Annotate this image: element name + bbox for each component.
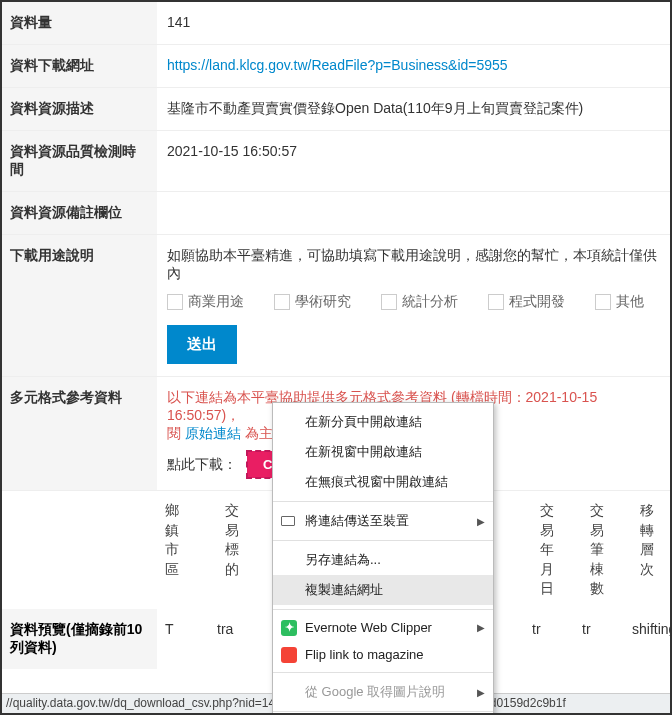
menu-separator <box>273 540 493 541</box>
menu-separator <box>273 672 493 673</box>
table-cell: tra <box>217 621 277 637</box>
menu-open-new-window[interactable]: 在新視窗中開啟連結 <box>273 437 493 467</box>
field-label-qctime: 資料資源品質檢測時間 <box>2 131 157 191</box>
menu-send-to-device[interactable]: 將連結傳送至裝置 ▶ <box>273 506 493 536</box>
field-label-remark: 資料資源備註欄位 <box>2 192 157 234</box>
field-label-downloadurl: 資料下載網址 <box>2 45 157 87</box>
table-header-count: 交易筆棟數 <box>590 501 640 599</box>
submit-button[interactable]: 送出 <box>167 325 237 364</box>
context-menu: 在新分頁中開啟連結 在新視窗中開啟連結 在無痕式視窗中開啟連結 將連結傳送至裝置… <box>272 402 494 715</box>
table-header-district: 鄉鎮市區 <box>165 501 225 599</box>
menu-open-incognito[interactable]: 在無痕式視窗中開啟連結 <box>273 467 493 497</box>
table-cell: tr <box>582 621 632 637</box>
table-header-date: 交易年月日 <box>540 501 590 599</box>
menu-open-new-tab[interactable]: 在新分頁中開啟連結 <box>273 407 493 437</box>
table-header-floor: 移轉層次 <box>640 501 670 599</box>
checkbox-programming[interactable]: 程式開發 <box>488 293 565 311</box>
download-here-label: 點此下載： <box>167 456 237 474</box>
menu-separator <box>273 609 493 610</box>
table-cell: T <box>157 621 217 637</box>
device-icon <box>281 516 295 526</box>
original-link[interactable]: 原始連結 <box>185 425 241 441</box>
field-label-preview: 資料預覽(僅摘錄前10列資料) <box>2 609 157 669</box>
purpose-description: 如願協助本平臺精進，可協助填寫下載用途說明，感謝您的幫忙，本項統計僅供內 <box>167 247 660 283</box>
field-label-datacount: 資料量 <box>2 2 157 44</box>
chevron-right-icon: ▶ <box>477 516 485 527</box>
download-url-link[interactable]: https://land.klcg.gov.tw/ReadFile?p=Busi… <box>167 57 508 73</box>
field-value-remark <box>157 192 670 234</box>
field-value-resourcedesc: 基隆市不動產買賣實價登錄Open Data(110年9月上旬買賣登記案件) <box>157 88 670 130</box>
menu-separator <box>273 501 493 502</box>
field-value-datacount: 141 <box>157 2 670 44</box>
menu-save-link-as[interactable]: 另存連結為... <box>273 545 493 575</box>
chevron-right-icon: ▶ <box>477 622 485 633</box>
field-label-resourcedesc: 資料資源描述 <box>2 88 157 130</box>
checkbox-statistics[interactable]: 統計分析 <box>381 293 458 311</box>
field-label-purpose: 下載用途說明 <box>2 235 157 376</box>
field-value-qctime: 2021-10-15 16:50:57 <box>157 131 670 191</box>
checkbox-other[interactable]: 其他 <box>595 293 644 311</box>
menu-copy-link-address[interactable]: 複製連結網址 <box>273 575 493 605</box>
menu-evernote[interactable]: ✦ Evernote Web Clipper ▶ <box>273 614 493 641</box>
checkbox-academic[interactable]: 學術研究 <box>274 293 351 311</box>
menu-flipboard[interactable]: Flip link to magazine <box>273 641 493 668</box>
menu-google-image[interactable]: 從 Google 取得圖片說明 ▶ <box>273 677 493 707</box>
table-cell: shifting <box>632 621 670 637</box>
field-label-multiformat: 多元格式參考資料 <box>2 377 157 490</box>
chevron-right-icon: ▶ <box>477 687 485 698</box>
checkbox-commercial[interactable]: 商業用途 <box>167 293 244 311</box>
table-cell: tr <box>532 621 582 637</box>
flipboard-icon <box>281 647 297 663</box>
menu-separator <box>273 711 493 712</box>
evernote-icon: ✦ <box>281 620 297 636</box>
